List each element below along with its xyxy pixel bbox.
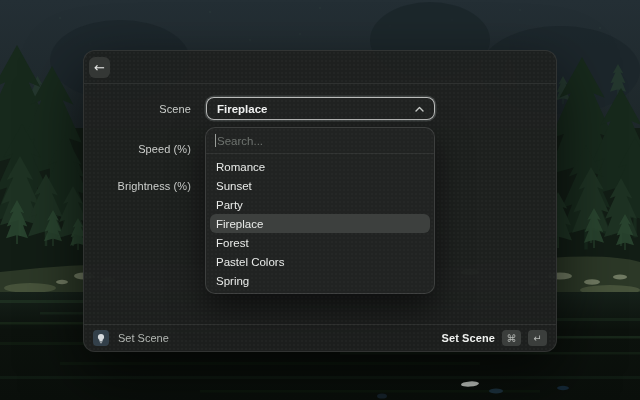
dropdown-option-list: Romance Sunset Party Fireplace Forest Pa… <box>206 154 434 293</box>
scene-dropdown-panel: Romance Sunset Party Fireplace Forest Pa… <box>205 127 435 294</box>
dropdown-option-forest[interactable]: Forest <box>210 233 430 252</box>
back-button[interactable]: ← <box>89 57 110 78</box>
dropdown-option-pastel-colors[interactable]: Pastel Colors <box>210 252 430 271</box>
dialog-footer: Set Scene Set Scene ⌘ ↵ <box>84 324 556 351</box>
back-arrow-icon: ← <box>94 61 105 74</box>
action-label: Set Scene <box>442 332 495 344</box>
speed-label: Speed (%) <box>84 143 191 155</box>
dropdown-option-romance[interactable]: Romance <box>210 157 430 176</box>
dropdown-option-fireplace[interactable]: Fireplace <box>210 214 430 233</box>
command-key-icon: ⌘ <box>502 330 521 346</box>
dropdown-search-row <box>206 128 434 154</box>
dropdown-option-spring[interactable]: Spring <box>210 271 430 290</box>
dropdown-option-party[interactable]: Party <box>210 195 430 214</box>
brightness-label: Brightness (%) <box>84 180 191 192</box>
set-scene-action-button[interactable]: Set Scene ⌘ ↵ <box>442 330 547 346</box>
dropdown-option-sunset[interactable]: Sunset <box>210 176 430 195</box>
scene-select-value: Fireplace <box>217 103 268 115</box>
dialog-header: ← <box>84 51 556 84</box>
footer-command-title: Set Scene <box>118 332 169 344</box>
dropdown-search-input[interactable] <box>206 128 434 153</box>
text-caret <box>215 134 216 147</box>
footer-left: Set Scene <box>93 330 169 346</box>
lightbulb-icon <box>93 330 109 346</box>
chevron-up-icon <box>415 106 424 112</box>
return-key-icon: ↵ <box>528 330 547 346</box>
set-scene-dialog: ← Scene Speed (%) Brightness (%) Firepla… <box>83 50 557 352</box>
scene-label: Scene <box>84 103 191 115</box>
scene-select[interactable]: Fireplace <box>206 97 435 120</box>
